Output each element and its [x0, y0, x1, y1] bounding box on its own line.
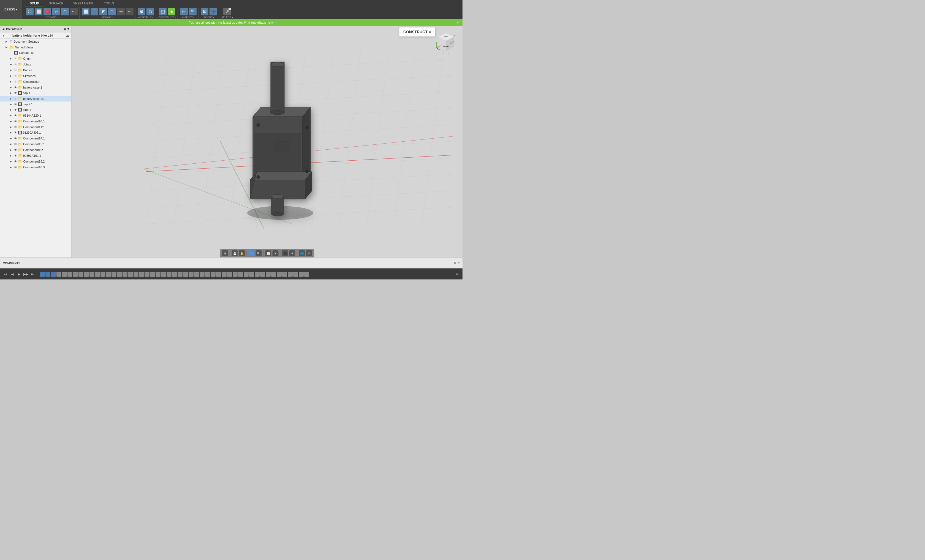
timeline-item[interactable] — [211, 272, 215, 277]
comments-settings-icon[interactable]: ⚙ — [454, 261, 456, 265]
timeline-item[interactable] — [260, 272, 265, 277]
insert-image-icon[interactable]: 🖼 — [201, 8, 208, 15]
insert-more-icon[interactable]: ➕ — [209, 8, 217, 15]
eye-icon[interactable]: 👁 — [14, 165, 17, 169]
settings-button[interactable]: ⚙ — [454, 271, 460, 277]
browser-item-origin[interactable]: ▶ 👁 📁 Origin — [0, 56, 71, 62]
timeline-item[interactable] — [194, 272, 199, 277]
browser-item-contact-all[interactable]: ▶ 🔲 Contact: all — [0, 50, 71, 56]
browser-item-component10-1[interactable]: ▶ 👁 📁 Component10:1 — [0, 118, 71, 124]
construct-plane-icon[interactable]: ◰ — [159, 8, 167, 15]
timeline-item[interactable] — [45, 272, 50, 277]
browser-collapse-icon[interactable]: ◀ — [2, 27, 5, 30]
timeline-item[interactable] — [117, 272, 122, 277]
eye-icon[interactable]: 👁 — [14, 69, 17, 72]
browser-item-90591A151-1[interactable]: ▶ 👁 📁 90591A151:1 — [0, 153, 71, 158]
browser-item-cap-2-1[interactable]: ▶ 👁 🔲 cap 2:1 — [0, 102, 71, 107]
browser-item-joints[interactable]: ▶ 👁 📁 Joints — [0, 62, 71, 67]
pan-icon[interactable]: ✋ — [239, 250, 245, 256]
create-more-icon[interactable]: ⋯ — [70, 8, 78, 15]
assemble-more-icon[interactable]: ⬡ — [146, 8, 154, 15]
inspect-more-icon[interactable]: 🔍 — [189, 8, 197, 15]
timeline-item[interactable] — [78, 272, 83, 277]
browser-item-component11-1[interactable]: ▶ 👁 📁 Component11:1 — [0, 124, 71, 130]
timeline-item[interactable] — [134, 272, 139, 277]
timeline-end-button[interactable]: ⏭ — [30, 271, 36, 277]
eye-icon[interactable]: 👁 — [14, 86, 17, 89]
timeline-item[interactable] — [178, 272, 182, 277]
loft-icon[interactable]: ⬡ — [61, 8, 69, 15]
timeline-item[interactable] — [40, 272, 45, 277]
fillet-icon[interactable]: ⌒ — [90, 8, 98, 15]
browser-expand-icon[interactable]: ▾ — [68, 27, 69, 31]
timeline-item[interactable] — [145, 272, 149, 277]
timeline-item[interactable] — [95, 272, 100, 277]
timeline-item[interactable] — [205, 272, 210, 277]
environment-icon[interactable]: 🌐 — [299, 250, 305, 256]
browser-item-component18-3[interactable]: ▶ 👁 📁 Component18:3 — [0, 164, 71, 170]
timeline-item[interactable] — [111, 272, 116, 277]
tab-sheet-metal[interactable]: SHEET METAL — [68, 0, 99, 7]
browser-item-battery-case-1[interactable]: ▶ 👁 📁 battery case:1 — [0, 84, 71, 90]
display-mode-dropdown[interactable]: ▼ — [273, 250, 279, 256]
timeline-item[interactable] — [128, 272, 133, 277]
browser-settings-icon[interactable]: ⚙ — [63, 27, 66, 31]
design-mode-button[interactable]: DESIGN ▾ — [0, 0, 22, 19]
modify-more-icon[interactable]: ⋯ — [126, 8, 134, 15]
zoom-icon[interactable]: 🔍 — [256, 250, 262, 256]
visual-style-dropdown[interactable]: ▼ — [289, 250, 295, 256]
press-pull-icon[interactable]: ⬜ — [82, 8, 89, 15]
visual-style-icon[interactable]: ⬛ — [282, 250, 288, 256]
eye-icon[interactable]: 👁 — [14, 91, 17, 95]
timeline-next-button[interactable]: ▶▶ — [23, 271, 29, 277]
browser-item-battery-case-2-1[interactable]: ▶ 👁 📁 battery case 2:1 — [0, 96, 71, 102]
timeline-item[interactable] — [155, 272, 161, 277]
eye-icon[interactable]: 👁 — [14, 63, 17, 66]
eye-icon[interactable]: 👁 — [14, 137, 17, 140]
browser-item-construction[interactable]: ▶ 👁 📁 Construction — [0, 79, 71, 84]
timeline-item[interactable] — [216, 272, 221, 277]
timeline-item[interactable] — [249, 272, 254, 277]
browser-item-sketches[interactable]: ▶ 👁 📁 Sketches — [0, 73, 71, 79]
timeline-item[interactable] — [227, 272, 232, 277]
browser-item-cap-1[interactable]: ▶ 👁 🔲 cap:1 — [0, 90, 71, 96]
browser-item-component16-1[interactable]: ▶ 👁 📁 Component16:1 — [0, 147, 71, 153]
timeline-item[interactable] — [161, 272, 166, 277]
eye-icon[interactable]: 👁 — [14, 160, 17, 163]
timeline-item[interactable] — [233, 272, 238, 277]
construct-more-icon[interactable]: ◈ — [168, 8, 175, 15]
timeline-play-button[interactable]: ▶ — [16, 271, 22, 277]
eye-icon[interactable]: 👁 — [14, 103, 17, 106]
timeline-item[interactable] — [106, 272, 111, 277]
timeline-item[interactable] — [62, 272, 67, 277]
tab-tools[interactable]: TOOLS — [99, 0, 119, 7]
timeline-item[interactable] — [299, 272, 304, 277]
browser-item-named-views[interactable]: ▶ 📁 Named Views — [0, 44, 71, 50]
save-icon[interactable]: 💾 — [232, 250, 238, 256]
select-icon[interactable]: ↗ ⬜ — [223, 8, 231, 15]
timeline-item[interactable] — [73, 272, 78, 277]
timeline-item[interactable] — [84, 272, 89, 277]
document-collapse-icon[interactable]: ▼ — [2, 34, 5, 37]
timeline-item[interactable] — [304, 272, 309, 277]
timeline-item[interactable] — [89, 272, 95, 277]
browser-item-bodies[interactable]: ▶ 👁 📁 Bodies — [0, 67, 71, 73]
move-icon[interactable]: ✛ — [117, 8, 125, 15]
eye-icon[interactable]: 👁 — [14, 80, 17, 83]
timeline-item[interactable] — [282, 272, 287, 277]
timeline-item[interactable] — [56, 272, 62, 277]
timeline-item[interactable] — [271, 272, 276, 277]
extrude-icon[interactable]: ⬜ — [35, 8, 42, 15]
banner-close-button[interactable]: ✕ — [456, 20, 460, 25]
eye-icon[interactable]: 👁 — [14, 97, 17, 101]
timeline-prev-button[interactable]: ◀ — [9, 271, 15, 277]
orbit-icon[interactable]: ↻ — [249, 250, 255, 256]
timeline-item[interactable] — [172, 272, 177, 277]
joint-icon[interactable]: ⚙ — [138, 8, 145, 15]
tab-solid[interactable]: SOLID — [25, 0, 44, 7]
navigation-cube[interactable]: TOP FRONT RIGHT ⌂ Z — [435, 32, 457, 53]
timeline-item[interactable] — [122, 272, 128, 277]
viewport[interactable]: TOP FRONT RIGHT ⌂ Z CONSTRUCT = ⊕ — [72, 26, 462, 257]
timeline-item[interactable] — [188, 272, 194, 277]
timeline-item[interactable] — [150, 272, 155, 277]
